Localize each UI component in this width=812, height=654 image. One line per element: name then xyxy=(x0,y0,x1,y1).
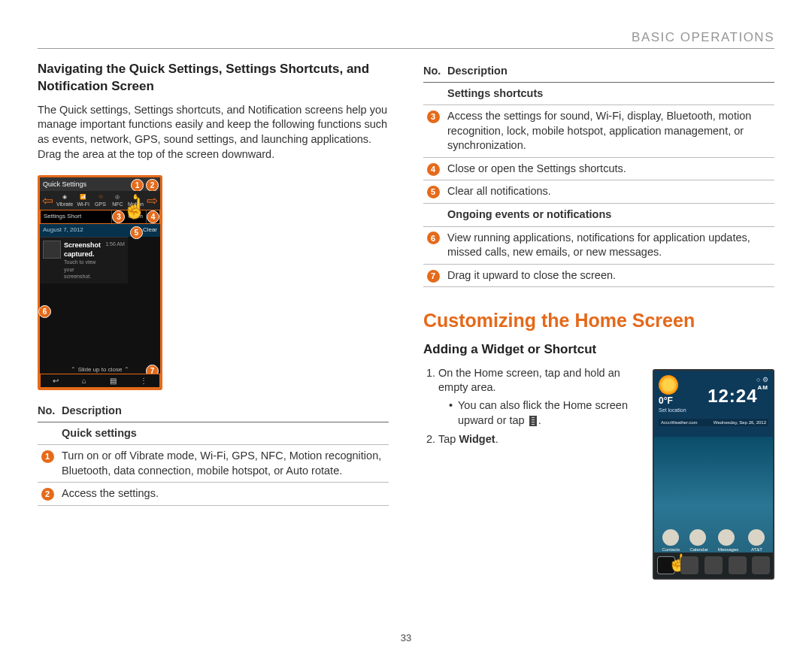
menu-icon: ⋮ xyxy=(140,376,147,386)
screenshot-thumb-icon xyxy=(43,241,61,259)
adding-widget-heading: Adding a Widget or Shortcut xyxy=(423,341,774,359)
panel-settings xyxy=(752,556,770,574)
left-table: No. Description Quick settings 1 Turn on… xyxy=(38,401,389,506)
sun-icon xyxy=(659,375,678,395)
left-intro: The Quick settings, Settings shortcuts, … xyxy=(38,103,389,162)
notification-item: Screenshot captured. Touch to view your … xyxy=(40,237,128,283)
dock-row: Contacts Calendar Messages AT&T xyxy=(657,529,770,553)
contacts-icon xyxy=(662,529,679,546)
page-header: BASIC OPERATIONS xyxy=(38,30,774,45)
arrow-left-icon: ⇦ xyxy=(42,194,53,207)
th-desc-r: Description xyxy=(447,61,774,82)
subhead-ongoing: Ongoing events or notifications xyxy=(447,208,611,220)
back-icon: ↩ xyxy=(53,376,59,386)
step-1-bullet: You can also flick the Home screen upwar… xyxy=(450,398,774,428)
home-icon: ⌂ xyxy=(82,376,86,386)
left-column: Navigating the Quick Settings, Settings … xyxy=(38,61,389,580)
nav-bar: ↩ ⌂ ▤ ⋮ xyxy=(40,374,160,389)
subhead-settings-shortcuts: Settings shortcuts xyxy=(447,87,543,99)
qs-row: ⇦ ◉Vibrate 📶Wi-Fi ☉GPS ◎NFC ✋Motion ⇨ ☝ xyxy=(40,191,160,210)
th-no: No. xyxy=(38,401,62,422)
badge-4: 4 xyxy=(427,163,440,176)
right-column: No. Description Settings shortcuts 3 Acc… xyxy=(423,61,774,580)
att-icon xyxy=(748,529,765,546)
recent-icon: ▤ xyxy=(110,376,117,386)
arrow-right-icon: ⇨ xyxy=(147,194,158,207)
th-no-r: No. xyxy=(423,61,447,82)
callout-6: 6 xyxy=(38,305,51,318)
date-row: August 7, 2012 Clear 5 xyxy=(40,224,160,237)
calendar-icon xyxy=(689,529,706,546)
badge-2: 2 xyxy=(41,488,54,501)
badge-6: 6 xyxy=(427,232,440,244)
row-6-desc: View running applications, notifications… xyxy=(447,226,774,264)
row-1-desc: Turn on or off Vibrate mode, Wi-Fi, GPS,… xyxy=(62,445,389,483)
callout-5: 5 xyxy=(130,226,143,239)
customize-panel: ☝ xyxy=(654,553,773,578)
panel-widgets: ☝ xyxy=(657,556,675,574)
badge-3: 3 xyxy=(427,111,440,123)
panel-tips xyxy=(729,556,747,574)
callout-2: 2 xyxy=(146,179,159,192)
qs-vibrate: ◉Vibrate xyxy=(56,193,73,207)
row-5-desc: Clear all notifications. xyxy=(447,180,774,204)
qs-wifi: 📶Wi-Fi xyxy=(76,193,90,207)
left-heading: Navigating the Quick Settings, Settings … xyxy=(38,61,389,95)
hand-icon: ☝ xyxy=(123,195,147,222)
row-2-desc: Access the settings. xyxy=(62,483,389,506)
badge-5: 5 xyxy=(427,186,440,198)
quick-settings-screenshot: Quick Settings 1 2 ⇦ ◉Vibrate 📶Wi-Fi ☉GP… xyxy=(38,175,162,390)
section-title: Customizing the Home Screen xyxy=(423,308,774,334)
right-table: No. Description Settings shortcuts 3 Acc… xyxy=(423,61,774,287)
row-3-desc: Access the settings for sound, Wi-Fi, di… xyxy=(447,105,774,158)
subhead-quick-settings: Quick settings xyxy=(62,427,137,439)
th-desc: Description xyxy=(62,401,389,422)
badge-7: 7 xyxy=(427,270,440,283)
page-number: 33 xyxy=(0,632,812,643)
badge-1: 1 xyxy=(41,450,54,463)
callout-1: 1 xyxy=(131,179,144,192)
panel-apps xyxy=(680,556,698,574)
row-7-desc: Drag it upward to close the screen. xyxy=(447,264,774,287)
callout-4: 4 xyxy=(147,210,159,223)
qs-gps: ☉GPS xyxy=(93,193,108,207)
row-4-desc: Close or open the Settings shortcuts. xyxy=(447,157,774,180)
menu-inline-icon xyxy=(529,416,537,426)
panel-themes xyxy=(704,556,723,574)
messages-icon xyxy=(718,529,735,546)
